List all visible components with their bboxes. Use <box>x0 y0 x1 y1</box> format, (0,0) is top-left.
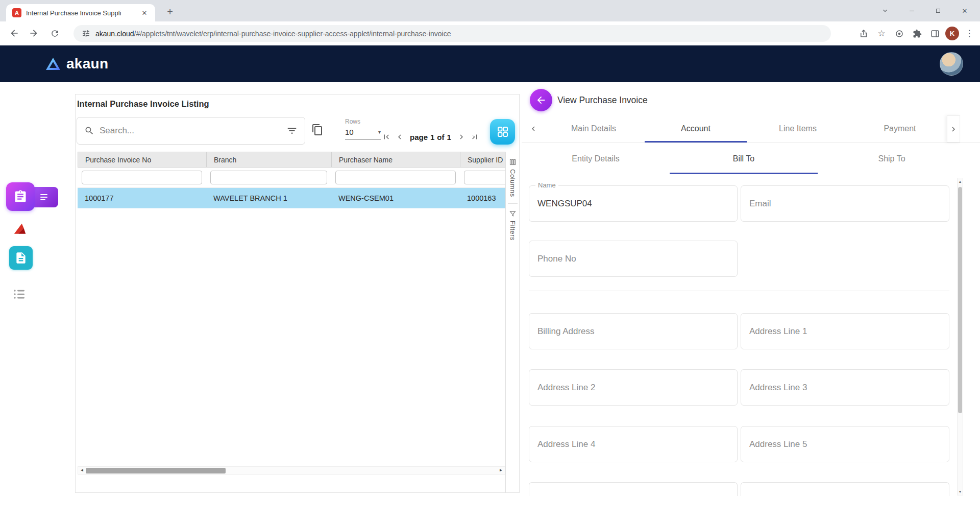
lens-icon[interactable] <box>892 26 907 41</box>
next-page-button[interactable] <box>455 130 468 144</box>
search-box[interactable] <box>77 117 305 145</box>
address-line-3-input[interactable] <box>741 370 949 405</box>
address-line-3-field[interactable] <box>741 369 949 406</box>
search-icon <box>84 126 94 136</box>
name-field[interactable]: Name <box>529 185 738 222</box>
address-line-2-field[interactable] <box>529 369 738 406</box>
sidebar-item-invoice-doc[interactable] <box>9 246 33 270</box>
column-header-supplier-id[interactable]: Supplier ID <box>460 152 505 167</box>
table-filter-row <box>78 168 505 188</box>
previous-page-button[interactable] <box>393 130 406 144</box>
bookmark-star-icon[interactable]: ☆ <box>874 26 889 41</box>
window-controls: ✕ <box>872 0 978 21</box>
invoice-table: Purchase Invoice No Branch Purchaser Nam… <box>78 152 505 208</box>
partial-field-left[interactable] <box>529 482 738 496</box>
browser-toolbar: akaun.cloud/#/applets/tnt/wavelet/erp/in… <box>0 21 980 45</box>
tabs-scroll-left-icon[interactable] <box>527 122 540 135</box>
tab-payment[interactable]: Payment <box>849 115 951 143</box>
grid-view-button[interactable] <box>490 119 515 145</box>
subtab-ship-to[interactable]: Ship To <box>818 143 966 174</box>
sidebar-item-list[interactable] <box>12 288 27 300</box>
last-page-button[interactable] <box>468 130 481 144</box>
address-line-1-input[interactable] <box>741 314 949 349</box>
horizontal-scrollbar-thumb[interactable] <box>86 468 226 473</box>
search-input[interactable] <box>100 126 281 136</box>
back-button[interactable] <box>5 24 23 42</box>
filter-input-supplier-id[interactable] <box>464 171 505 184</box>
copy-icon <box>311 124 324 136</box>
table-row[interactable]: 1000177 WAVELET BRANCH 1 WENG-CSEM01 100… <box>78 188 505 208</box>
scroll-down-icon[interactable]: ▼ <box>958 490 963 493</box>
first-page-button[interactable] <box>380 130 393 144</box>
maximize-button[interactable] <box>925 0 951 21</box>
columns-side-tab[interactable]: Columns <box>509 155 517 200</box>
minimize-button[interactable] <box>898 0 925 21</box>
user-avatar[interactable] <box>940 52 963 76</box>
browser-tab[interactable]: A Internal Purchase Invoice Suppli ✕ <box>6 4 155 21</box>
email-field[interactable] <box>741 185 949 222</box>
browser-profile-avatar[interactable]: K <box>945 27 959 40</box>
email-input[interactable] <box>741 186 949 221</box>
forward-button[interactable] <box>24 24 43 42</box>
back-to-listing-button[interactable] <box>530 89 552 111</box>
tab-title: Internal Purchase Invoice Suppli <box>26 9 135 17</box>
horizontal-scrollbar-track[interactable] <box>86 467 497 474</box>
horizontal-scrollbar[interactable]: ◄ ► <box>78 466 505 475</box>
akaun-logo[interactable]: akaun <box>45 45 108 82</box>
column-header-branch[interactable]: Branch <box>207 152 332 167</box>
rows-per-page-select[interactable]: 10 ▾ <box>345 128 381 140</box>
url-bar[interactable]: akaun.cloud/#/applets/tnt/wavelet/erp/in… <box>74 25 831 42</box>
billing-address-field[interactable] <box>529 313 738 349</box>
column-header-purchaser-name[interactable]: Purchaser Name <box>332 152 460 167</box>
scroll-up-icon[interactable]: ▲ <box>958 180 963 183</box>
extensions-puzzle-icon[interactable] <box>910 26 925 41</box>
subtab-bill-to[interactable]: Bill To <box>670 143 818 174</box>
tab-close-icon[interactable]: ✕ <box>140 8 149 17</box>
filter-list-icon[interactable] <box>286 125 298 136</box>
tab-account[interactable]: Account <box>645 115 747 143</box>
page-indicator: page 1 of 1 <box>410 133 451 141</box>
partial-field-right[interactable] <box>741 482 949 496</box>
document-icon <box>14 251 28 265</box>
close-window-button[interactable]: ✕ <box>951 0 978 21</box>
tab-main-details[interactable]: Main Details <box>543 115 645 143</box>
vertical-scrollbar-thumb[interactable] <box>958 187 962 413</box>
sidebar <box>0 164 66 521</box>
billing-address-input[interactable] <box>529 314 737 349</box>
address-line-4-field[interactable] <box>529 426 738 462</box>
address-line-4-input[interactable] <box>529 427 737 462</box>
form-divider <box>529 291 949 291</box>
vertical-scrollbar[interactable]: ▲ ▼ <box>957 178 963 495</box>
sidebar-item-red-app[interactable] <box>11 221 29 238</box>
tabs-scroll-right-icon[interactable] <box>947 115 960 143</box>
address-line-2-input[interactable] <box>529 370 737 405</box>
url-domain: akaun.cloud <box>95 30 134 38</box>
site-info-icon[interactable] <box>82 29 90 38</box>
scroll-right-icon[interactable]: ► <box>497 467 505 474</box>
reload-button[interactable] <box>45 24 64 42</box>
sidebar-item-purchase-applet[interactable] <box>6 182 35 211</box>
scroll-left-icon[interactable]: ◄ <box>78 467 86 474</box>
share-icon[interactable] <box>856 26 871 41</box>
address-line-1-field[interactable] <box>741 313 949 349</box>
column-header-purchase-invoice-no[interactable]: Purchase Invoice No <box>78 152 207 167</box>
filter-input-purchaser-name[interactable] <box>335 171 456 184</box>
new-tab-button[interactable]: + <box>163 5 177 18</box>
columns-icon <box>509 158 517 166</box>
pagination: page 1 of 1 <box>380 129 481 145</box>
phone-input[interactable] <box>529 241 737 276</box>
tab-line-items[interactable]: Line Items <box>747 115 849 143</box>
phone-field[interactable] <box>529 241 738 277</box>
subtab-entity-details[interactable]: Entity Details <box>522 143 670 174</box>
browser-menu-kebab-icon[interactable]: ⋮ <box>962 26 977 41</box>
address-line-5-input[interactable] <box>741 427 949 462</box>
filters-side-tab[interactable]: Filters <box>509 207 517 244</box>
chevron-down-icon[interactable] <box>872 0 898 21</box>
address-line-5-field[interactable] <box>741 426 949 462</box>
filter-input-branch[interactable] <box>210 171 327 184</box>
duplicate-view-button[interactable] <box>309 122 326 137</box>
cell-purchase-invoice-no: 1000177 <box>78 194 206 202</box>
side-panel-icon[interactable] <box>927 26 943 41</box>
filter-input-purchase-invoice-no[interactable] <box>82 171 202 184</box>
name-input[interactable] <box>529 186 737 221</box>
